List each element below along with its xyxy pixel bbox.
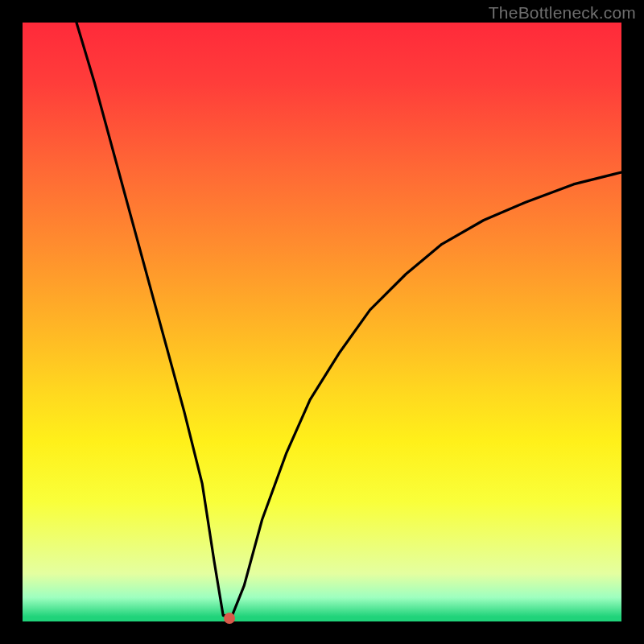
curve-path bbox=[76, 23, 621, 616]
bottleneck-curve bbox=[23, 23, 621, 621]
chart-frame: TheBottleneck.com bbox=[0, 0, 644, 644]
watermark-text: TheBottleneck.com bbox=[489, 3, 636, 23]
plot-area bbox=[23, 23, 621, 621]
optimal-point-marker bbox=[224, 613, 235, 624]
